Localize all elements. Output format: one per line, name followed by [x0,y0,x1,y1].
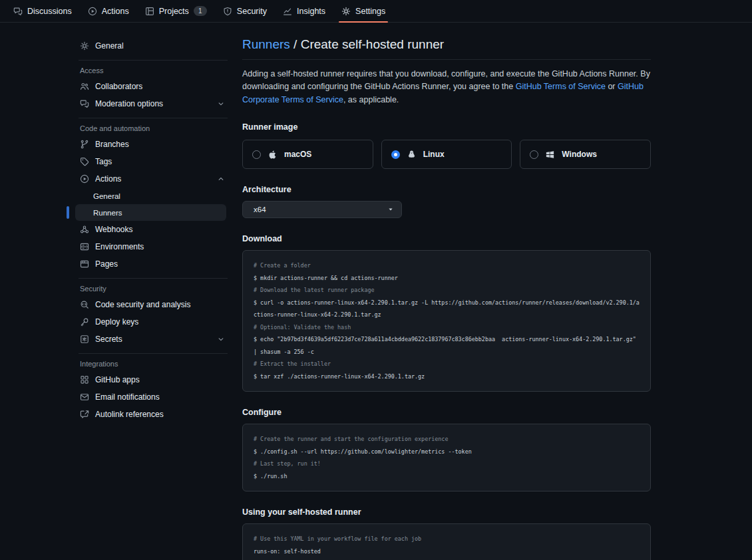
server-icon [80,242,89,251]
download-label: Download [242,234,651,243]
caret-down-icon [387,206,395,213]
terms-of-service-link[interactable]: GitHub Terms of Service [516,82,606,91]
apple-icon [268,150,278,160]
tab-settings[interactable]: Settings [335,0,391,22]
gear-icon [341,7,351,16]
projects-icon [145,7,154,16]
option-label: macOS [284,150,311,159]
code-line: # Create a folder [254,259,640,272]
sidebar-item-actions[interactable]: Actions [67,170,234,188]
tab-discussions-label: Discussions [27,7,72,16]
graph-icon [283,7,292,16]
sidebar-item-environments[interactable]: Environments [67,238,234,255]
sidebar-section-security: Security [67,285,234,293]
sidebar-section-code-and-automation: Code and automation [67,124,234,132]
tab-security-label: Security [237,7,267,16]
code-line: $ ./run.sh [254,470,640,483]
sidebar-item-label: Tags [95,157,112,166]
page-title-rest: / Create self-hosted runner [290,37,444,51]
apps-icon [80,375,89,384]
breadcrumb-runners-link[interactable]: Runners [242,37,290,51]
download-code-block: # Create a folder $ mkdir actions-runner… [242,250,651,392]
architecture-label: Architecture [242,185,651,194]
sidebar-item-label: Email notifications [95,392,160,402]
code-line: runs-on: self-hosted [254,545,640,558]
sidebar-item-deploy-keys[interactable]: Deploy keys [67,313,234,331]
linux-icon [407,150,417,160]
discussions-icon [13,7,23,16]
runner-image-label: Runner image [242,122,651,132]
sidebar-item-label: Pages [95,259,118,269]
sidebar-item-code-security[interactable]: Code security and analysis [67,296,234,313]
people-icon [80,82,89,91]
chevron-down-icon [217,335,225,343]
code-line: # Last step, run it! [254,458,640,470]
windows-icon [545,150,555,160]
gear-icon [80,41,89,51]
tab-security[interactable]: Security [217,0,273,22]
architecture-value: x64 [254,206,266,213]
sidebar-item-label: Code security and analysis [95,300,190,309]
sidebar-item-branches[interactable]: Branches [67,136,234,153]
radio-linux-checked[interactable] [391,150,400,159]
shield-icon [223,7,232,16]
comment-discussion-icon [80,99,89,108]
sidebar-item-label: Branches [95,140,129,149]
radio-windows[interactable] [530,150,538,159]
sidebar-item-autolink-references[interactable]: Autolink references [67,406,234,423]
sidebar-item-label: Webhooks [95,225,132,234]
sidebar-item-collaborators[interactable]: Collaborators [67,78,234,95]
runner-image-option-macos[interactable]: macOS [242,140,373,169]
sidebar-item-email-notifications[interactable]: Email notifications [67,388,234,406]
intro-text: or [606,82,618,91]
sidebar-item-secrets[interactable]: Secrets [67,331,234,348]
projects-count-badge: 1 [194,6,207,16]
runner-image-option-windows[interactable]: Windows [520,140,651,169]
key-icon [80,317,89,327]
chevron-up-icon [217,175,225,183]
radio-macos[interactable] [252,150,261,159]
tab-projects[interactable]: Projects 1 [139,0,213,22]
codescan-icon [80,300,89,309]
configure-label: Configure [242,408,651,417]
sidebar-item-actions-runners[interactable]: Runners [67,204,234,221]
sidebar-item-label: Collaborators [95,82,142,91]
sidebar-subitem-label: General [93,192,120,200]
tab-actions-label: Actions [102,7,129,16]
settings-sidebar: General Access Collaborators Moderation … [67,37,234,560]
chevron-down-icon [217,100,225,108]
code-line: $ tar xzf ./actions-runner-linux-x64-2.2… [254,370,640,383]
runner-image-option-linux[interactable]: Linux [381,140,512,169]
tab-actions[interactable]: Actions [82,0,135,22]
code-line: $ curl -o actions-runner-linux-x64-2.290… [254,297,640,321]
sidebar-item-label: GitHub apps [95,375,140,384]
sidebar-item-pages[interactable]: Pages [67,255,234,273]
architecture-select[interactable]: x64 [242,201,402,218]
code-line: $ echo "2b97bd3f4639a5df6223d7ce728a611a… [254,333,640,358]
code-line: # Optional: Validate the hash [254,321,640,334]
tag-icon [80,157,89,166]
code-line: # Download the latest runner package [254,284,640,297]
tab-insights[interactable]: Insights [277,0,331,22]
sidebar-item-label: Moderation options [95,99,163,108]
sidebar-item-webhooks[interactable]: Webhooks [67,221,234,238]
tab-discussions[interactable]: Discussions [7,0,78,22]
code-line: # Extract the installer [254,358,640,370]
sidebar-divider [79,278,228,279]
usage-code-block: # Use this YAML in your workflow file fo… [242,523,651,560]
sidebar-item-general[interactable]: General [67,37,234,55]
git-branch-icon [80,140,89,149]
play-circle-icon [80,174,89,184]
mail-icon [80,392,89,402]
sidebar-item-label: Environments [95,242,144,251]
repo-tab-bar: Discussions Actions Projects 1 Security … [0,0,752,23]
tab-insights-label: Insights [297,7,325,16]
tab-settings-label: Settings [355,7,385,16]
sidebar-item-actions-general[interactable]: General [67,188,234,204]
sidebar-item-github-apps[interactable]: GitHub apps [67,371,234,388]
sidebar-item-moderation-options[interactable]: Moderation options [67,95,234,112]
sidebar-divider [79,353,228,354]
sidebar-item-tags[interactable]: Tags [67,153,234,170]
sidebar-item-label: Secrets [95,335,122,344]
sidebar-divider [79,60,228,61]
